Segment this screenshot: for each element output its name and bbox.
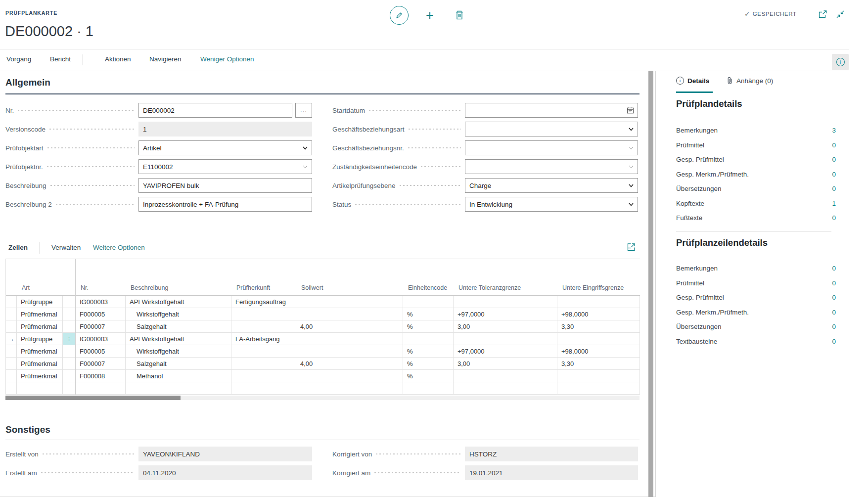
- horizontal-scrollbar-thumb[interactable]: [5, 396, 181, 400]
- new-button[interactable]: +: [422, 8, 437, 23]
- beschreibung-input[interactable]: YAVIPROFEN bulk: [138, 178, 312, 193]
- cell-sollwert[interactable]: 4,00: [296, 320, 403, 332]
- drilldown-count[interactable]: 0: [832, 156, 836, 163]
- column-header-einheitencode[interactable]: Einheitencode: [403, 284, 454, 295]
- drilldown-count[interactable]: 0: [832, 309, 836, 316]
- cell-nr[interactable]: F000007: [76, 320, 126, 332]
- tab-details[interactable]: i Details: [676, 77, 709, 85]
- pruefobjektart-select[interactable]: Artikel: [138, 140, 312, 155]
- drilldown-count[interactable]: 0: [832, 185, 836, 192]
- cell-row-menu[interactable]: ⋮: [63, 333, 76, 345]
- open-in-new-window-button[interactable]: [817, 9, 828, 20]
- cell-pruefherkunft[interactable]: Fertigungsauftrag: [231, 296, 296, 308]
- cell-row-menu[interactable]: [63, 296, 76, 308]
- pruefobjektnr-lookup[interactable]: E1100002: [138, 159, 312, 174]
- cell-art[interactable]: Prüfmerkmal: [17, 308, 63, 320]
- cell-nr[interactable]: F000007: [76, 358, 126, 369]
- cell-art[interactable]: Prüfmerkmal: [17, 370, 63, 382]
- drilldown-count[interactable]: 0: [832, 338, 836, 345]
- cell-nr[interactable]: IG000003: [76, 296, 126, 308]
- menu-navigieren[interactable]: Navigieren: [149, 55, 182, 63]
- drilldown-count[interactable]: 0: [832, 265, 836, 272]
- column-header-untere-eingriffsgrenze[interactable]: Untere Eingriffsgrenze: [557, 284, 640, 295]
- column-header-untere-toleranzgrenze[interactable]: Untere Toleranzgrenze: [454, 284, 557, 295]
- cell-einheitencode[interactable]: %: [403, 345, 454, 357]
- cell-untere-toleranzgrenze[interactable]: +97,0000: [454, 308, 557, 320]
- menu-weniger-optionen[interactable]: Weniger Optionen: [200, 55, 254, 63]
- column-header-nr[interactable]: Nr.: [76, 284, 126, 295]
- zustaendigkeitseinheitencode-lookup[interactable]: [465, 159, 638, 174]
- delete-button[interactable]: [453, 9, 466, 22]
- cell-row-menu[interactable]: [63, 358, 76, 369]
- cell-beschreibung[interactable]: Wirkstoffgehalt: [126, 345, 231, 357]
- cell-sollwert[interactable]: 4,00: [296, 358, 403, 369]
- section-title-sonstiges[interactable]: Sonstiges: [5, 424, 50, 435]
- cell-untere-toleranzgrenze[interactable]: [454, 370, 557, 382]
- vertical-ellipsis-icon[interactable]: ⋮: [63, 333, 75, 345]
- cell-pruefherkunft[interactable]: [231, 345, 296, 357]
- beschreibung-2-input[interactable]: Inprozesskontrolle + FA-Prüfung: [138, 197, 312, 212]
- drilldown-count[interactable]: 0: [832, 141, 836, 149]
- cell-einheitencode[interactable]: [403, 296, 454, 308]
- cell-pruefherkunft[interactable]: [231, 358, 296, 369]
- cell-row-menu[interactable]: [63, 308, 76, 320]
- cell-untere-eingriffsgrenze[interactable]: 3,30: [557, 320, 640, 332]
- cell-untere-toleranzgrenze[interactable]: +97,0000: [454, 345, 557, 357]
- menu-aktionen[interactable]: Aktionen: [105, 55, 131, 63]
- lines-menu-verwalten[interactable]: Verwalten: [51, 244, 81, 251]
- cell-art[interactable]: Prüfmerkmal: [17, 345, 63, 357]
- cell-untere-toleranzgrenze[interactable]: [454, 296, 557, 308]
- drilldown-count[interactable]: 1: [832, 200, 836, 207]
- drilldown-count[interactable]: 0: [832, 323, 836, 330]
- drilldown-count[interactable]: 0: [832, 171, 836, 178]
- lines-menu-weitere-optionen[interactable]: Weitere Optionen: [93, 244, 145, 251]
- section-title-allgemein[interactable]: Allgemein: [5, 77, 50, 88]
- cell-sollwert[interactable]: [296, 333, 403, 345]
- cell-art[interactable]: Prüfmerkmal: [17, 320, 63, 332]
- cell-nr[interactable]: F000005: [76, 308, 126, 320]
- cell-pruefherkunft[interactable]: [231, 320, 296, 332]
- drilldown-count[interactable]: 0: [832, 214, 836, 222]
- vertical-scrollbar[interactable]: [648, 71, 653, 497]
- cell-einheitencode[interactable]: [403, 333, 454, 345]
- drilldown-count[interactable]: 0: [832, 279, 836, 287]
- cell-art[interactable]: Prüfmerkmal: [17, 358, 63, 369]
- menu-bericht[interactable]: Bericht: [50, 55, 71, 63]
- cell-art[interactable]: Prüfgruppe: [17, 333, 63, 345]
- cell-untere-toleranzgrenze[interactable]: 3,00: [454, 358, 557, 369]
- cell-untere-eingriffsgrenze[interactable]: +98,0000: [557, 345, 640, 357]
- cell-sollwert[interactable]: [296, 308, 403, 320]
- status-select[interactable]: In Entwicklung: [465, 197, 638, 212]
- drilldown-count[interactable]: 0: [832, 294, 836, 301]
- cell-untere-toleranzgrenze[interactable]: 3,00: [454, 320, 557, 332]
- cell-art[interactable]: Prüfgruppe: [17, 296, 63, 308]
- column-header-pruefherkunft[interactable]: Prüfherkunft: [231, 284, 296, 295]
- cell-row-menu[interactable]: [63, 345, 76, 357]
- cell-pruefherkunft[interactable]: FA-Arbeitsgang: [231, 333, 296, 345]
- cell-untere-eingriffsgrenze[interactable]: [557, 296, 640, 308]
- cell-untere-toleranzgrenze[interactable]: [454, 333, 557, 345]
- cell-row-menu[interactable]: [63, 320, 76, 332]
- cell-nr[interactable]: F000005: [76, 345, 126, 357]
- cell-beschreibung[interactable]: Salzgehalt: [126, 320, 231, 332]
- cell-untere-eingriffsgrenze[interactable]: [557, 370, 640, 382]
- focus-mode-button[interactable]: [625, 241, 637, 253]
- cell-beschreibung[interactable]: API Wirkstoffgehalt: [126, 333, 231, 345]
- cell-untere-eingriffsgrenze[interactable]: [557, 333, 640, 345]
- cell-pruefherkunft[interactable]: [231, 370, 296, 382]
- column-header-beschreibung[interactable]: Beschreibung: [126, 284, 231, 295]
- cell-beschreibung[interactable]: API Wirkstoffgehalt: [126, 296, 231, 308]
- lines-part-title[interactable]: Zeilen: [8, 244, 28, 251]
- horizontal-scrollbar[interactable]: [5, 396, 640, 400]
- cell-einheitencode[interactable]: %: [403, 320, 454, 332]
- tab-anhaenge[interactable]: Anhänge (0): [727, 77, 773, 85]
- cell-pruefherkunft[interactable]: [231, 308, 296, 320]
- cell-row-menu[interactable]: [63, 370, 76, 382]
- cell-sollwert[interactable]: [296, 370, 403, 382]
- nr-input[interactable]: DE000002: [138, 103, 292, 118]
- cell-beschreibung[interactable]: Methanol: [126, 370, 231, 382]
- collapse-view-button[interactable]: [835, 9, 846, 20]
- cell-untere-eingriffsgrenze[interactable]: 3,30: [557, 358, 640, 369]
- cell-einheitencode[interactable]: %: [403, 308, 454, 320]
- cell-einheitencode[interactable]: %: [403, 370, 454, 382]
